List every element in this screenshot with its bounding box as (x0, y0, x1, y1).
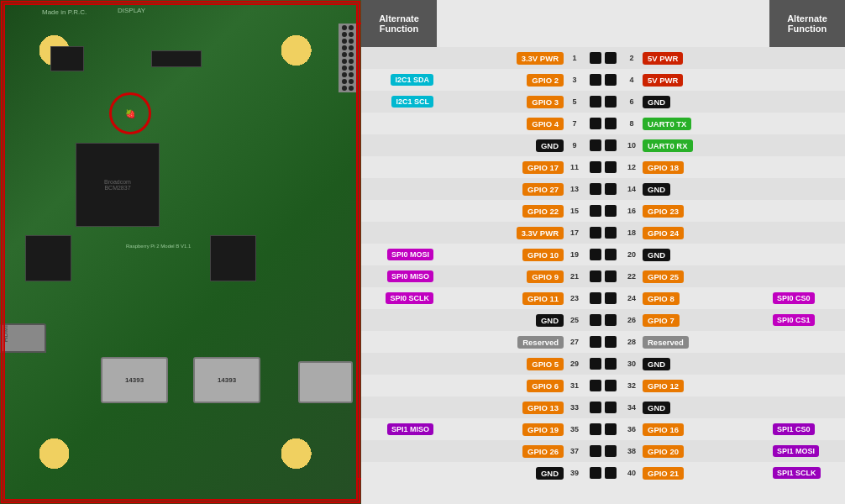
left-connector-pin (590, 445, 601, 457)
left-alt-func-cell (361, 134, 437, 156)
left-pin-number: 31 (567, 381, 582, 390)
connector-pins-cell (582, 205, 624, 217)
right-pin-number: 36 (624, 425, 639, 433)
connector-pins-cell (582, 314, 624, 326)
left-alt-func-cell: SPI1 MISO (361, 418, 437, 440)
right-gpio-name-cell: GND (639, 249, 769, 261)
right-gpio-name-cell: GPIO 18 (639, 161, 769, 174)
left-gpio-name-cell: GPIO 3 (437, 96, 567, 108)
right-alt-func-cell: SPI1 MOSI (769, 445, 845, 457)
right-connector-pin (605, 380, 617, 391)
left-gpio-name-cell: GND (437, 467, 567, 480)
left-connector-pin (590, 161, 601, 173)
connector-pins-cell (582, 74, 624, 86)
left-gpio-name-cell: GPIO 5 (437, 358, 567, 370)
right-pin-number: 20 (624, 250, 639, 259)
connector-pins-cell (582, 292, 624, 304)
right-connector-pin (605, 292, 617, 304)
left-gpio-name-cell: GPIO 10 (437, 249, 567, 261)
left-gpio-name-cell: GPIO 17 (437, 161, 567, 174)
small-chip-2 (151, 50, 202, 67)
connector-pins-cell (582, 402, 624, 413)
pin-rows: 3.3V PWR125V PWRI2C1 SDAGPIO 2345V PWRI2… (361, 47, 845, 484)
left-connector-pin (590, 52, 601, 64)
left-alt-func-cell (361, 309, 437, 331)
right-pin-number: 12 (624, 163, 639, 171)
board-section: Made in P.R.C. DISPLAY 🍓 BroadcomBCM2837… (0, 0, 361, 504)
right-connector-pin (605, 183, 617, 195)
right-pin-number: 6 (624, 97, 639, 106)
board-image: Made in P.R.C. DISPLAY 🍓 BroadcomBCM2837… (0, 0, 361, 504)
left-connector-pin (590, 227, 601, 239)
left-alt-func-cell (361, 462, 437, 484)
table-row: 3.3V PWR125V PWR (361, 47, 845, 69)
left-connector-pin (590, 467, 601, 479)
table-row: SPI0 MOSIGPIO 101920GND (361, 244, 845, 265)
small-chip-1 (50, 46, 84, 71)
left-connector-pin (590, 118, 601, 129)
left-pin-number: 35 (567, 425, 582, 433)
right-gpio-name-cell: GND (639, 96, 769, 108)
left-alt-func-cell (361, 353, 437, 375)
left-gpio-name-cell: 3.3V PWR (437, 52, 567, 65)
left-connector-pin (590, 423, 601, 435)
left-alt-func-cell: I2C1 SDA (361, 69, 437, 91)
left-connector-pin (590, 380, 601, 391)
left-connector-pin (590, 96, 601, 108)
left-connector-pin (590, 205, 601, 217)
right-alt-func-cell: SPI0 CS1 (769, 314, 845, 326)
left-pin-number: 23 (567, 294, 582, 302)
left-connector-pin (590, 249, 601, 260)
table-row: GPIO 52930GND (361, 353, 845, 375)
left-alt-func-cell: I2C1 SCL (361, 91, 437, 113)
left-gpio-name-cell: GND (437, 314, 567, 327)
right-connector-pin (605, 118, 617, 129)
right-gpio-name-cell: GPIO 20 (639, 445, 769, 458)
right-pin-number: 28 (624, 338, 639, 346)
right-pin-number: 18 (624, 228, 639, 237)
right-pin-number: 32 (624, 381, 639, 390)
left-pin-number: 25 (567, 316, 582, 324)
left-alt-func-cell (361, 200, 437, 222)
left-pin-number: 37 (567, 447, 582, 455)
left-connector-pin (590, 270, 601, 282)
left-alt-func-cell (361, 113, 437, 134)
connector-pins-cell (582, 467, 624, 479)
left-pin-number: 33 (567, 403, 582, 412)
left-alt-func-cell (361, 47, 437, 69)
right-pin-number: 26 (624, 316, 639, 324)
left-connector-pin (590, 74, 601, 86)
right-connector-pin (605, 249, 617, 260)
left-pin-number: 5 (567, 97, 582, 106)
left-pin-number: 19 (567, 250, 582, 259)
connector-pins-cell (582, 161, 624, 173)
main-chip: BroadcomBCM2837 (76, 143, 160, 227)
left-gpio-name-cell: Reserved (437, 336, 567, 349)
table-row: SPI0 SCLKGPIO 112324GPIO 8SPI0 CS0 (361, 287, 845, 309)
left-pin-number: 29 (567, 360, 582, 368)
right-gpio-name-cell: 5V PWR (639, 52, 769, 65)
table-row: GPIO 263738GPIO 20SPI1 MOSI (361, 440, 845, 462)
table-row: GND910UART0 RX (361, 134, 845, 156)
right-gpio-name-cell: GPIO 16 (639, 423, 769, 436)
right-gpio-name-cell: Reserved (639, 336, 769, 349)
table-row: GPIO 478UART0 TX (361, 113, 845, 134)
table-row: Reserved2728Reserved (361, 331, 845, 353)
right-gpio-name-cell: GND (639, 402, 769, 414)
right-pin-number: 2 (624, 54, 639, 62)
left-alt-func-cell (361, 156, 437, 178)
left-pin-number: 17 (567, 228, 582, 237)
left-pin-number: 11 (567, 163, 582, 171)
board-logo: 🍓 (109, 92, 151, 134)
left-gpio-name-cell: GPIO 27 (437, 183, 567, 196)
left-pin-number: 27 (567, 338, 582, 346)
right-gpio-name-cell: UART0 TX (639, 118, 769, 130)
left-alt-func-header: Alternate Function (361, 0, 437, 47)
left-alt-func-cell (361, 440, 437, 462)
left-pin-number: 39 (567, 469, 582, 477)
usb-port-1: 14393 (101, 357, 168, 403)
left-alt-func-cell (361, 331, 437, 353)
table-row: GPIO 133334GND (361, 396, 845, 418)
left-pin-number: 21 (567, 272, 582, 281)
right-pin-number: 8 (624, 119, 639, 128)
